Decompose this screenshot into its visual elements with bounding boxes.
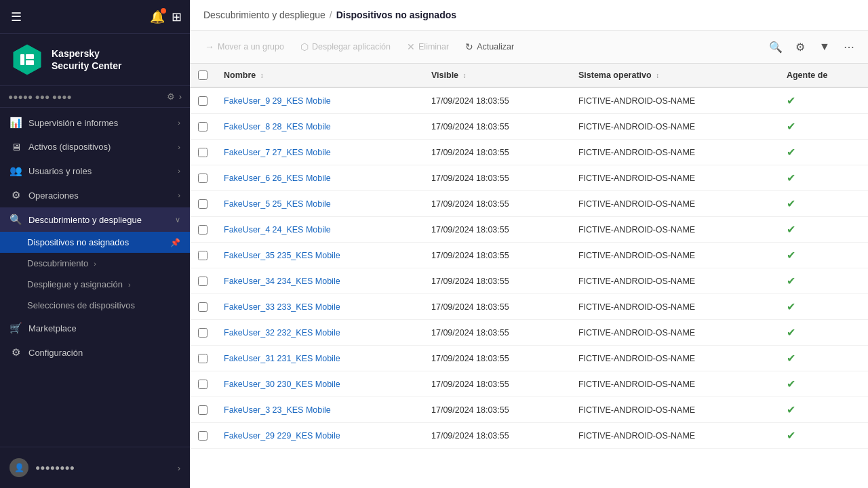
row-checkbox[interactable] xyxy=(198,225,208,235)
filter-settings-icon: ⚙ xyxy=(795,41,805,54)
search-icon: 🔍 xyxy=(769,41,783,54)
filter-button[interactable]: ▼ xyxy=(814,36,835,58)
table-container: Nombre ↕ Visible ↕ Sistema operativo ↕ A… xyxy=(190,64,868,488)
select-all-checkbox[interactable] xyxy=(198,70,208,80)
sidebar-item-supervision[interactable]: 📊 Supervisión e informes › xyxy=(0,110,190,135)
sidebar-sub-label: Dispositivos no asignados xyxy=(27,237,129,247)
device-name[interactable]: FakeUser_4 24_KES Mobile xyxy=(216,217,423,243)
search-row-icons: ⚙ › xyxy=(167,92,182,102)
sidebar-item-usuarios[interactable]: 👥 Usuarios y roles › xyxy=(0,159,190,183)
row-checkbox[interactable] xyxy=(198,174,208,183)
delete-button[interactable]: ✕ Eliminar xyxy=(400,38,456,56)
sistema-header[interactable]: Sistema operativo ↕ xyxy=(570,64,778,87)
row-checkbox[interactable] xyxy=(198,380,208,389)
select-all-header[interactable] xyxy=(190,64,216,87)
row-checkbox-cell[interactable] xyxy=(190,423,216,449)
search-placeholder-text: ●●●●● ●●● ●●●● xyxy=(8,92,161,102)
device-name[interactable]: FakeUser_30 230_KES Mobile xyxy=(216,371,423,397)
row-checkbox-cell[interactable] xyxy=(190,217,216,243)
row-checkbox-cell[interactable] xyxy=(190,191,216,217)
device-name[interactable]: FakeUser_32 232_KES Mobile xyxy=(216,320,423,346)
os-name: FICTIVE-ANDROID-OS-NAME xyxy=(570,87,778,114)
grid-icon[interactable]: ⊞ xyxy=(172,9,182,24)
main-content: Descubrimiento y despliegue / Dispositiv… xyxy=(190,0,868,488)
search-button[interactable]: 🔍 xyxy=(765,36,787,58)
os-name: FICTIVE-ANDROID-OS-NAME xyxy=(570,114,778,140)
refresh-button[interactable]: ↻ Actualizar xyxy=(458,38,521,56)
device-name[interactable]: FakeUser_9 29_KES Mobile xyxy=(216,87,423,114)
row-checkbox[interactable] xyxy=(198,328,208,338)
refresh-icon: ↻ xyxy=(465,41,473,52)
sort-icon: ↕ xyxy=(463,72,467,79)
row-checkbox-cell[interactable] xyxy=(190,371,216,397)
table-row: FakeUser_8 28_KES Mobile 17/09/2024 18:0… xyxy=(190,114,868,140)
row-checkbox-cell[interactable] xyxy=(190,165,216,191)
row-checkbox-cell[interactable] xyxy=(190,294,216,320)
device-name[interactable]: FakeUser_33 233_KES Mobile xyxy=(216,294,423,320)
device-name[interactable]: FakeUser_6 26_KES Mobile xyxy=(216,165,423,191)
device-name[interactable]: FakeUser_3 23_KES Mobile xyxy=(216,397,423,423)
row-checkbox[interactable] xyxy=(198,96,208,106)
row-checkbox[interactable] xyxy=(198,277,208,286)
device-name[interactable]: FakeUser_8 28_KES Mobile xyxy=(216,114,423,140)
sidebar-item-operaciones[interactable]: ⚙ Operaciones › xyxy=(0,183,190,207)
expand-icon[interactable]: › xyxy=(179,92,182,102)
nombre-header[interactable]: Nombre ↕ xyxy=(216,64,423,87)
table-row: FakeUser_34 234_KES Mobile 17/09/2024 18… xyxy=(190,268,868,294)
row-checkbox-cell[interactable] xyxy=(190,243,216,268)
sidebar-item-descubrimiento[interactable]: 🔍 Descubrimiento y despliegue ∨ xyxy=(0,207,190,232)
device-name[interactable]: FakeUser_5 25_KES Mobile xyxy=(216,191,423,217)
sidebar-user[interactable]: 👤 ●●●●●●●● › xyxy=(9,454,180,481)
device-name[interactable]: FakeUser_7 27_KES Mobile xyxy=(216,140,423,165)
row-checkbox[interactable] xyxy=(198,405,208,415)
row-checkbox[interactable] xyxy=(198,302,208,312)
visible-date: 17/09/2024 18:03:55 xyxy=(423,268,570,294)
sidebar-item-selecciones[interactable]: Selecciones de dispositivos xyxy=(0,295,190,316)
row-checkbox[interactable] xyxy=(198,148,208,157)
table-row: FakeUser_35 235_KES Mobile 17/09/2024 18… xyxy=(190,243,868,268)
sidebar-item-despliegue[interactable]: Despliegue y asignación › xyxy=(0,274,190,295)
sidebar-item-configuracion[interactable]: ⚙ Configuración xyxy=(0,340,190,365)
filter-icon[interactable]: ⚙ xyxy=(167,92,175,102)
row-checkbox[interactable] xyxy=(198,251,208,260)
breadcrumb-parent[interactable]: Descubrimiento y despliegue xyxy=(203,9,326,20)
agent-status: ✔ xyxy=(778,268,868,294)
row-checkbox-cell[interactable] xyxy=(190,87,216,114)
svg-rect-3 xyxy=(26,60,34,65)
row-checkbox-cell[interactable] xyxy=(190,268,216,294)
device-name[interactable]: FakeUser_29 229_KES Mobile xyxy=(216,423,423,449)
row-checkbox-cell[interactable] xyxy=(190,346,216,371)
more-options-button[interactable]: ⋯ xyxy=(838,36,860,58)
sidebar-item-no-asignados[interactable]: Dispositivos no asignados 📌 xyxy=(0,232,190,253)
filter-settings-button[interactable]: ⚙ xyxy=(789,36,811,58)
sidebar-item-activos[interactable]: 🖥 Activos (dispositivos) › xyxy=(0,135,190,159)
pin-icon: 📌 xyxy=(170,238,180,247)
sidebar-search-row[interactable]: ●●●●● ●●● ●●●● ⚙ › xyxy=(0,86,190,108)
device-name[interactable]: FakeUser_34 234_KES Mobile xyxy=(216,268,423,294)
row-checkbox-cell[interactable] xyxy=(190,320,216,346)
breadcrumb-separator: / xyxy=(330,9,332,20)
sidebar-item-descubrimiento-sub[interactable]: Descubrimiento › xyxy=(0,253,190,274)
row-checkbox-cell[interactable] xyxy=(190,114,216,140)
hamburger-icon[interactable]: ☰ xyxy=(8,7,24,27)
avatar: 👤 xyxy=(9,458,28,477)
svg-rect-1 xyxy=(20,54,24,65)
row-checkbox-cell[interactable] xyxy=(190,397,216,423)
chevron-right-icon: › xyxy=(128,281,131,289)
deploy-app-button[interactable]: ⬡ Desplegar aplicación xyxy=(294,38,397,56)
sidebar-item-marketplace[interactable]: 🛒 Marketplace xyxy=(0,316,190,340)
move-to-group-button[interactable]: → Mover a un grupo xyxy=(198,38,291,56)
device-name[interactable]: FakeUser_35 235_KES Mobile xyxy=(216,243,423,268)
agent-check-icon: ✔ xyxy=(787,327,795,338)
chevron-right-icon: › xyxy=(178,167,180,175)
notification-icon[interactable]: 🔔 xyxy=(150,9,165,24)
row-checkbox[interactable] xyxy=(198,199,208,209)
row-checkbox-cell[interactable] xyxy=(190,140,216,165)
row-checkbox[interactable] xyxy=(198,431,208,441)
sidebar-item-label: Operaciones xyxy=(28,190,171,201)
device-name[interactable]: FakeUser_31 231_KES Mobile xyxy=(216,346,423,371)
visible-header[interactable]: Visible ↕ xyxy=(423,64,570,87)
table-row: FakeUser_5 25_KES Mobile 17/09/2024 18:0… xyxy=(190,191,868,217)
row-checkbox[interactable] xyxy=(198,122,208,131)
row-checkbox[interactable] xyxy=(198,354,208,363)
